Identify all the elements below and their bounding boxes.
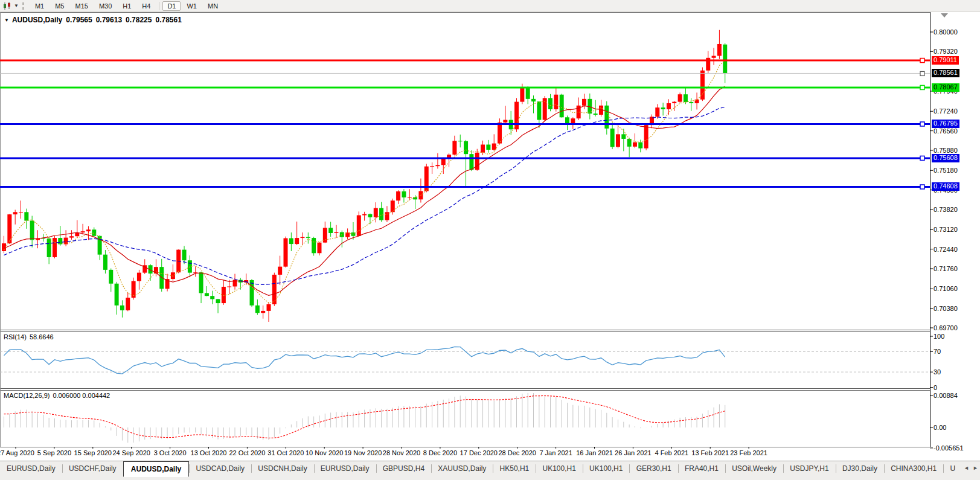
price-tick-0.75880: 0.75880 xyxy=(934,147,958,154)
chart-tab-china300-h1[interactable]: CHINA300,H1 xyxy=(884,462,943,476)
chart-tab-uk100-h1[interactable]: UK100,H1 xyxy=(536,462,583,476)
price-tick-0.71760: 0.71760 xyxy=(934,265,958,272)
chart-tab-usdcnh-daily[interactable]: USDCNH,Daily xyxy=(251,462,313,476)
toolbar-separator xyxy=(159,2,159,10)
chart-tab-ger30-h1[interactable]: GER30,H1 xyxy=(630,462,678,476)
rsi-indicator-value: 58.6646 xyxy=(30,333,54,341)
date-label-14: 28 Dec 2020 xyxy=(498,449,536,456)
date-label-3: 15 Sep 2020 xyxy=(74,449,112,456)
date-label-20: 23 Feb 2021 xyxy=(730,449,767,456)
toolbar-grip-handle[interactable] xyxy=(22,2,26,10)
price-tick-0.72440: 0.72440 xyxy=(934,246,958,253)
timeframe-button-m15[interactable]: M15 xyxy=(70,1,92,11)
chart-tab-eurusd-daily[interactable]: EURUSD,Daily xyxy=(314,462,376,476)
timeframe-button-m1[interactable]: M1 xyxy=(30,1,49,11)
date-label-2: 5 Sep 2020 xyxy=(37,449,71,456)
hline-price-badge-0.75608: 0.75608 xyxy=(932,154,959,162)
date-label-15: 7 Jan 2021 xyxy=(539,449,572,456)
hline-price-badge-0.76795: 0.76795 xyxy=(932,120,959,128)
timeframe-button-mn[interactable]: MN xyxy=(203,1,223,11)
price-tick-0.75180: 0.75180 xyxy=(934,167,958,174)
chart-shift-marker-icon[interactable] xyxy=(941,13,948,18)
timeframe-button-d1[interactable]: D1 xyxy=(162,1,181,11)
price-tick-0.73120: 0.73120 xyxy=(934,226,958,233)
chart-tab-bar: EURUSD,DailyUSDCHF,DailyAUDUSD,DailyUSDC… xyxy=(0,461,980,480)
chart-tab-hk50-h1[interactable]: HK50,H1 xyxy=(493,462,536,476)
date-label-10: 19 Nov 2020 xyxy=(344,449,382,456)
price-tick-0.80000: 0.80000 xyxy=(934,28,958,36)
current-price-badge: 0.78561 xyxy=(932,69,959,77)
date-label-6: 13 Oct 2020 xyxy=(191,449,227,456)
symbol-period-label: AUDUSD,Daily xyxy=(12,16,62,24)
rsi-tick-30: 30 xyxy=(934,368,941,376)
chart-tab-usdcad-daily[interactable]: USDCAD,Daily xyxy=(189,462,251,476)
chart-tab-usdjpy-h1[interactable]: USDJPY,H1 xyxy=(783,462,835,476)
date-label-13: 17 Dec 2020 xyxy=(460,449,498,456)
rsi-tick-0: 0 xyxy=(934,384,937,391)
chart-tab-fra40-h1[interactable]: FRA40,H1 xyxy=(678,462,725,476)
open-value: 0.79565 xyxy=(66,16,92,24)
macd-tick--0.005651: -0.005651 xyxy=(934,444,964,452)
chart-tab-usoil-weekly[interactable]: USOil,Weekly xyxy=(725,462,783,476)
date-label-17: 26 Jan 2021 xyxy=(615,449,652,456)
rsi-indicator-name: RSI(14) xyxy=(4,333,27,341)
date-label-8: 31 Oct 2020 xyxy=(267,449,304,456)
price-tick-0.79320: 0.79320 xyxy=(934,48,958,55)
price-tick-0.77240: 0.77240 xyxy=(934,107,958,115)
rsi-tick-70: 70 xyxy=(934,348,941,355)
date-label-11: 28 Nov 2020 xyxy=(383,449,420,456)
date-label-7: 22 Oct 2020 xyxy=(229,449,265,456)
collapse-indicators-icon[interactable]: ▼ xyxy=(4,18,9,23)
hline-price-badge-0.78067: 0.78067 xyxy=(932,83,959,92)
date-label-9: 10 Nov 2020 xyxy=(306,449,343,456)
chart-tab-xauusd-daily[interactable]: XAUUSD,Daily xyxy=(431,462,493,476)
chart-tab-u[interactable]: U xyxy=(943,462,962,476)
close-value: 0.78561 xyxy=(155,16,181,24)
tab-scroll-right-icon[interactable]: ► xyxy=(971,461,980,475)
date-label-5: 3 Oct 2020 xyxy=(154,449,187,456)
price-tick-0.70380: 0.70380 xyxy=(934,305,958,312)
chart-tab-uk100-h1[interactable]: UK100,H1 xyxy=(583,462,629,476)
timeframe-toolbar: ▼ M1M5M15M30H1H4D1W1MN xyxy=(0,0,980,12)
chart-title: ▼AUDUSD,Daily0.795650.796130.782250.7856… xyxy=(4,16,185,24)
tab-scroll-left-icon[interactable]: ◄ xyxy=(962,461,971,475)
timeframe-button-m5[interactable]: M5 xyxy=(50,1,69,11)
timeframe-button-m30[interactable]: M30 xyxy=(94,1,117,11)
chart-tab-usdchf-daily[interactable]: USDCHF,Daily xyxy=(62,462,123,476)
timeframe-button-h1[interactable]: H1 xyxy=(118,1,136,11)
high-value: 0.79613 xyxy=(96,16,122,24)
timeframe-button-h4[interactable]: H4 xyxy=(137,1,155,11)
date-label-1: 27 Aug 2020 xyxy=(0,449,34,456)
candlestick-chart-icon[interactable] xyxy=(2,2,13,10)
price-tick-0.73820: 0.73820 xyxy=(934,206,958,213)
macd-panel-label: MACD(12,26,9)0.006000 0.004442 xyxy=(4,392,113,399)
rsi-panel-label: RSI(14)58.6646 xyxy=(4,333,57,341)
macd-indicator-values: 0.006000 0.004442 xyxy=(53,392,110,399)
rsi-tick-100: 100 xyxy=(934,333,944,340)
macd-tick-0.00: 0.00 xyxy=(934,424,946,431)
macd-tick-0.00884: 0.00884 xyxy=(934,392,958,399)
date-label-18: 4 Feb 2021 xyxy=(655,449,688,456)
date-label-19: 13 Feb 2021 xyxy=(691,449,729,456)
date-label-16: 16 Jan 2021 xyxy=(576,449,613,456)
date-label-4: 24 Sep 2020 xyxy=(112,449,150,456)
price-tick-0.69700: 0.69700 xyxy=(934,324,958,331)
macd-indicator-name: MACD(12,26,9) xyxy=(4,392,50,399)
chart-tab-audusd-daily[interactable]: AUDUSD,Daily xyxy=(123,461,189,477)
chart-plot-area[interactable] xyxy=(0,12,930,447)
chart-tab-dj30-daily[interactable]: DJ30,Daily xyxy=(836,462,884,476)
chart-tab-gbpusd-h4[interactable]: GBPUSD,H4 xyxy=(376,462,431,476)
hline-price-badge-0.74608: 0.74608 xyxy=(932,182,959,191)
date-label-12: 8 Dec 2020 xyxy=(423,449,457,456)
chart-tab-eurusd-daily[interactable]: EURUSD,Daily xyxy=(0,462,62,476)
mt4-terminal-window: ▼ M1M5M15M30H1H4D1W1MN ▼AUDUSD,Daily0.79… xyxy=(0,0,980,480)
price-tick-0.71060: 0.71060 xyxy=(934,285,958,292)
hline-price-badge-0.79011: 0.79011 xyxy=(932,56,959,65)
timeframe-button-w1[interactable]: W1 xyxy=(182,1,202,11)
low-value: 0.78225 xyxy=(126,16,152,24)
timeframe-buttons: M1M5M15M30H1H4D1W1MN xyxy=(30,1,223,11)
chevron-down-icon[interactable]: ▼ xyxy=(14,3,19,8)
chart-window: ▼AUDUSD,Daily0.795650.796130.782250.7856… xyxy=(0,12,980,461)
